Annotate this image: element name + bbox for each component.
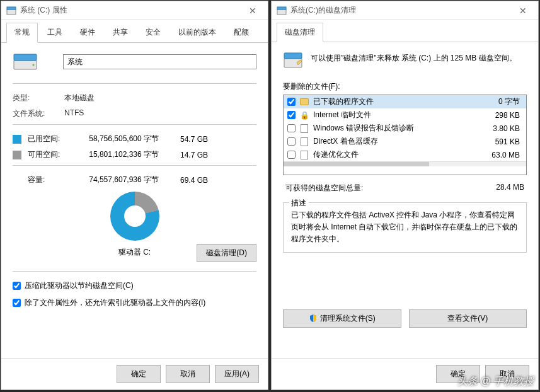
file-item-size: 298 KB [477,111,522,120]
tab-5[interactable]: 以前的版本 [170,23,224,42]
close-icon[interactable]: ✕ [513,3,533,18]
file-icon [299,151,309,159]
file-item-size: 63.0 MB [477,151,522,159]
svg-rect-5 [277,9,286,14]
tab-4[interactable]: 安全 [137,23,169,42]
dialog-footer: 确定 取消 [272,358,538,389]
cancel-button[interactable]: 取消 [166,365,210,383]
file-item-checkbox[interactable] [287,151,296,159]
gain-value: 28.4 MB [496,183,524,193]
file-list-item[interactable]: Windows 错误报告和反馈诊断3.80 KB [284,122,526,135]
files-to-delete-label: 要删除的文件(F): [283,81,527,92]
svg-rect-3 [14,54,37,61]
apply-button[interactable]: 应用(A) [215,365,259,383]
file-list-item[interactable]: DirectX 着色器缓存591 KB [284,135,526,148]
svg-rect-0 [7,9,16,14]
file-list-item[interactable]: 🔒Internet 临时文件298 KB [284,108,526,122]
volume-label-input[interactable] [63,54,256,69]
cleanup-content: 可以使用"磁盘清理"来释放 系统 (C:) 上的 125 MB 磁盘空间。 要删… [272,42,538,358]
drive-caption: 驱动器 C: [118,247,151,258]
compress-checkbox-row[interactable]: 压缩此驱动器以节约磁盘空间(C) [13,280,256,291]
dialog-footer: 确定 取消 应用(A) [1,358,268,389]
description-text: 已下载的程序文件包括 ActiveX 控件和 Java 小程序，你查看特定网页时… [291,209,519,246]
file-item-checkbox[interactable] [287,98,296,106]
clean-system-files-label: 清理系统文件(S) [320,313,376,324]
used-swatch [13,135,21,144]
tab-6[interactable]: 配额 [226,23,257,42]
type-value: 本地磁盘 [64,93,256,103]
free-label: 可用空间: [28,149,82,160]
titlebar[interactable]: 系统(C:)的磁盘清理 ✕ [272,1,538,20]
capacity-label: 容量: [28,175,82,185]
drive-cleanup-icon [283,51,303,70]
file-list[interactable]: 已下载的程序文件0 字节🔒Internet 临时文件298 KBWindows … [283,95,527,175]
file-item-checkbox[interactable] [287,124,296,132]
titlebar[interactable]: 系统 (C:) 属性 ✕ [1,1,268,20]
close-icon[interactable]: ✕ [243,3,263,18]
indexing-label: 除了文件属性外，还允许索引此驱动器上文件的内容(I) [25,297,205,308]
ok-button[interactable]: 确定 [117,365,161,383]
svg-rect-1 [7,7,16,9]
cancel-button[interactable]: 取消 [485,365,529,383]
svg-rect-8 [284,53,302,59]
intro-text: 可以使用"磁盘清理"来释放 系统 (C:) 上的 125 MB 磁盘空间。 [311,51,527,64]
used-bytes: 58,756,505,600 字节 [82,134,170,144]
file-list-item[interactable]: 传递优化文件63.0 MB [284,148,526,161]
drive-icon-large [13,52,38,72]
lock-icon: 🔒 [299,111,309,120]
drive-icon [6,6,16,16]
tab-strip: 磁盘清理 [272,20,538,42]
svg-point-4 [33,64,35,66]
general-tab-content: 类型:本地磁盘 文件系统:NTFS 已用空间: 58,756,505,600 字… [1,43,268,358]
tab-3[interactable]: 共享 [105,23,136,42]
used-label: 已用空间: [28,134,82,144]
file-item-size: 591 KB [477,137,522,146]
clean-system-files-button[interactable]: 清理系统文件(S) [283,309,401,328]
description-group: 描述 已下载的程序文件包括 ActiveX 控件和 Java 小程序，你查看特定… [283,202,527,253]
tab-strip: 常规工具硬件共享安全以前的版本配额 [1,20,268,43]
tab-0[interactable]: 常规 [6,23,38,43]
file-list-item[interactable]: 已下载的程序文件0 字节 [284,95,526,108]
indexing-checkbox[interactable] [13,299,21,307]
svg-rect-6 [277,7,286,9]
tab-2[interactable]: 硬件 [72,23,103,42]
file-item-size: 0 字节 [477,96,522,107]
file-icon [299,137,309,146]
file-item-size: 3.80 KB [477,124,522,133]
gain-label: 可获得的磁盘空间总量: [285,183,363,193]
used-gb: 54.7 GB [170,135,208,144]
file-item-name: 传递优化文件 [313,149,477,160]
free-gb: 14.7 GB [170,151,208,159]
file-item-name: DirectX 着色器缓存 [313,136,477,147]
fs-value: NTFS [64,108,256,119]
disk-cleanup-window: 系统(C:)的磁盘清理 ✕ 磁盘清理 可以使用"磁盘清理"来释放 系统 (C:)… [271,1,539,390]
window-title: 系统(C:)的磁盘清理 [290,5,513,16]
free-bytes: 15,801,102,336 字节 [82,149,170,160]
shield-icon [309,314,318,323]
free-swatch [13,151,21,159]
capacity-bytes: 74,557,607,936 字节 [82,175,170,185]
file-icon [299,124,309,133]
description-legend: 描述 [289,198,309,209]
file-item-name: 已下载的程序文件 [313,96,477,107]
fs-label: 文件系统: [13,108,64,119]
usage-pie-chart [110,192,159,241]
scrollbar[interactable] [284,161,526,166]
indexing-checkbox-row[interactable]: 除了文件属性外，还允许索引此驱动器上文件的内容(I) [13,297,256,308]
file-item-name: Windows 错误报告和反馈诊断 [313,123,477,134]
capacity-gb: 69.4 GB [170,176,208,185]
tab-1[interactable]: 工具 [39,23,71,42]
folder-icon [299,98,309,107]
file-item-checkbox[interactable] [287,137,296,146]
tab-cleanup[interactable]: 磁盘清理 [277,23,323,42]
view-files-button[interactable]: 查看文件(V) [409,309,527,328]
ok-button[interactable]: 确定 [436,365,480,383]
file-item-checkbox[interactable] [287,111,296,119]
compress-label: 压缩此驱动器以节约磁盘空间(C) [25,280,134,291]
properties-window: 系统 (C:) 属性 ✕ 常规工具硬件共享安全以前的版本配额 类型:本地磁盘 文… [1,1,268,390]
compress-checkbox[interactable] [13,282,21,290]
file-item-name: Internet 临时文件 [313,110,477,120]
type-label: 类型: [13,93,64,103]
window-title: 系统 (C:) 属性 [20,5,243,16]
drive-icon [277,6,287,16]
